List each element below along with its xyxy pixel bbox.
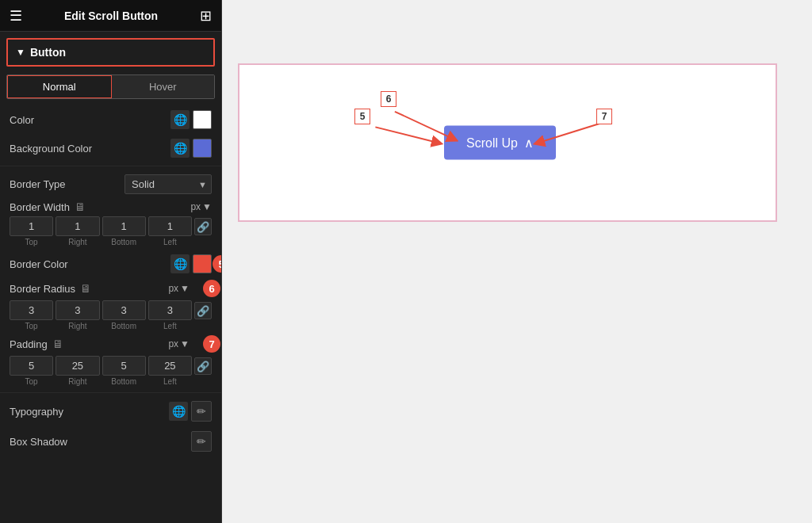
padding-link[interactable]: 🔗 xyxy=(194,357,212,375)
border-color-label: Border Color xyxy=(10,258,68,270)
color-row: Color 🌐 xyxy=(0,105,221,134)
grid-icon[interactable]: ⊞ xyxy=(200,7,212,25)
border-width-bottom[interactable] xyxy=(102,216,146,236)
border-width-subrow: Border Width 🖥 px ▼ xyxy=(0,199,221,213)
badge-7: 7 xyxy=(203,335,220,353)
padding-inputs: Top Right Bottom Left 🔗 xyxy=(0,353,221,389)
padding-right-label: Right xyxy=(68,377,86,386)
border-radius-top-wrap: Top xyxy=(10,300,53,330)
border-radius-right-wrap: Right xyxy=(56,300,99,330)
padding-left-wrap: Left xyxy=(148,356,192,386)
border-radius-left-wrap: Left xyxy=(148,300,192,330)
border-radius-unit[interactable]: px▼ xyxy=(168,283,190,294)
section-label: Button xyxy=(30,46,66,59)
border-width-left-wrap: Left xyxy=(148,216,192,246)
border-width-top-label: Top xyxy=(25,238,38,246)
padding-top[interactable] xyxy=(10,356,53,376)
border-radius-subrow: Border Radius 🖥 px▼ 6 xyxy=(0,278,221,297)
bg-color-label: Background Color xyxy=(10,143,92,155)
bg-color-swatch[interactable] xyxy=(193,139,212,158)
border-width-right[interactable] xyxy=(56,216,99,236)
border-radius-left-label: Left xyxy=(163,322,177,330)
border-width-left-label: Left xyxy=(163,238,177,246)
border-width-inputs: Top Right Bottom Left 🔗 xyxy=(0,213,221,250)
padding-top-wrap: Top xyxy=(10,356,53,386)
padding-top-label: Top xyxy=(25,377,38,386)
main-area: Scroll Up ∧ 5 6 xyxy=(222,0,812,523)
menu-icon[interactable]: ☰ xyxy=(10,7,22,25)
border-width-unit[interactable]: px ▼ xyxy=(190,201,212,212)
border-color-controls: 🌐 xyxy=(170,254,212,273)
border-radius-right-label: Right xyxy=(68,322,86,330)
border-radius-label: Border Radius xyxy=(10,283,75,295)
box-shadow-row: Box Shadow ✏ xyxy=(0,426,221,456)
typography-controls: 🌐 ✏ xyxy=(169,401,212,422)
border-radius-bottom-label: Bottom xyxy=(111,322,136,330)
border-radius-left[interactable] xyxy=(148,300,192,320)
padding-right[interactable] xyxy=(56,356,99,376)
section-arrow: ▼ xyxy=(16,47,25,58)
annotation-7: 7 xyxy=(596,109,612,124)
annotation-5: 5 xyxy=(354,109,370,124)
border-radius-right[interactable] xyxy=(56,300,99,320)
scroll-up-button[interactable]: Scroll Up ∧ xyxy=(444,126,556,160)
tab-normal[interactable]: Normal xyxy=(6,74,113,99)
border-width-link[interactable]: 🔗 xyxy=(194,218,212,235)
border-radius-top[interactable] xyxy=(10,300,53,320)
border-radius-link[interactable]: 🔗 xyxy=(194,302,212,319)
border-width-bottom-wrap: Bottom xyxy=(102,216,146,246)
border-color-swatch[interactable] xyxy=(193,254,212,273)
border-color-globe[interactable]: 🌐 xyxy=(170,254,190,273)
border-radius-bottom-wrap: Bottom xyxy=(102,300,146,330)
svg-line-0 xyxy=(375,127,437,143)
border-width-top-wrap: Top xyxy=(10,216,53,246)
padding-bottom-wrap: Bottom xyxy=(102,356,146,386)
canvas-box: Scroll Up ∧ 5 6 xyxy=(238,63,777,222)
padding-left-label: Left xyxy=(163,377,177,386)
sidebar-title: Edit Scroll Button xyxy=(64,10,158,22)
padding-unit[interactable]: px▼ xyxy=(168,338,190,349)
bg-color-globe[interactable]: 🌐 xyxy=(170,139,190,158)
border-radius-monitor-icon[interactable]: 🖥 xyxy=(80,282,91,295)
border-type-label: Border Type xyxy=(10,178,66,190)
padding-right-wrap: Right xyxy=(56,356,99,386)
box-shadow-edit-icon[interactable]: ✏ xyxy=(191,431,212,452)
border-radius-bottom[interactable] xyxy=(102,300,146,320)
border-color-row: Border Color 🌐 5 xyxy=(0,250,221,278)
border-width-label: Border Width xyxy=(10,201,70,213)
annotation-6: 6 xyxy=(381,91,396,107)
tabs-row: Normal Hover xyxy=(6,74,215,99)
color-globe[interactable]: 🌐 xyxy=(170,110,190,129)
border-type-select[interactable]: Solid Dashed Dotted Double None xyxy=(124,174,212,194)
padding-bottom-label: Bottom xyxy=(111,377,136,386)
button-section-header[interactable]: ▼ Button xyxy=(6,38,215,67)
box-shadow-controls: ✏ xyxy=(191,431,212,452)
typography-edit-icon[interactable]: ✏ xyxy=(191,401,212,422)
border-type-select-wrap: Solid Dashed Dotted Double None ▼ xyxy=(124,174,212,194)
border-radius-top-label: Top xyxy=(25,322,38,330)
bg-color-row: Background Color 🌐 xyxy=(0,134,221,162)
scroll-btn-text: Scroll Up xyxy=(466,136,518,150)
color-controls: 🌐 xyxy=(170,110,212,129)
typography-label: Typography xyxy=(10,406,63,418)
padding-bottom[interactable] xyxy=(102,356,146,376)
color-label: Color xyxy=(10,114,34,126)
border-width-monitor-icon[interactable]: 🖥 xyxy=(75,200,86,213)
tab-hover[interactable]: Hover xyxy=(112,75,215,98)
border-width-top[interactable] xyxy=(10,216,53,236)
border-width-right-wrap: Right xyxy=(56,216,99,246)
padding-left[interactable] xyxy=(148,356,192,376)
border-width-right-label: Right xyxy=(68,238,86,246)
box-shadow-label: Box Shadow xyxy=(10,436,67,448)
padding-monitor-icon[interactable]: 🖥 xyxy=(52,338,63,350)
border-width-bottom-label: Bottom xyxy=(111,238,136,246)
typography-globe[interactable]: 🌐 xyxy=(169,402,188,421)
border-width-left[interactable] xyxy=(148,216,192,236)
padding-label: Padding xyxy=(10,338,48,350)
badge-6: 6 xyxy=(203,280,220,297)
typography-row: Typography 🌐 ✏ xyxy=(0,396,221,426)
border-radius-inputs: Top Right Bottom Left 🔗 xyxy=(0,297,221,334)
badge-5: 5 xyxy=(213,255,222,273)
scroll-btn-arrow-icon: ∧ xyxy=(524,136,534,151)
color-swatch[interactable] xyxy=(193,110,212,129)
